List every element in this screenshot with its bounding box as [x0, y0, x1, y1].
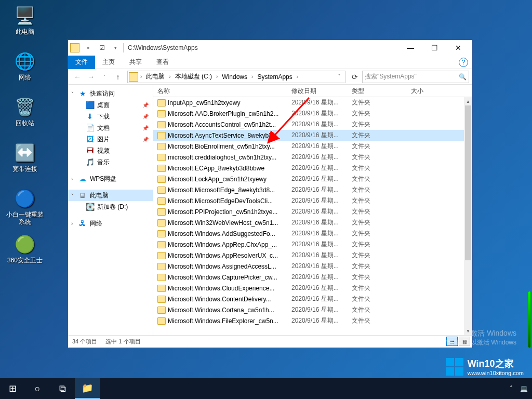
pin-icon: 📌	[142, 137, 149, 142]
minimize-button[interactable]: —	[398, 41, 422, 55]
sidebar-item-volume-d[interactable]: 💽新加卷 (D:)	[68, 201, 153, 212]
sidebar-item-wps[interactable]: ›☁WPS网盘	[68, 173, 153, 184]
breadcrumb-segment[interactable]: Windows	[219, 73, 250, 81]
nav-recent-dropdown-icon[interactable]: ˅	[98, 71, 111, 83]
folder-icon	[157, 99, 166, 107]
sidebar-item-music[interactable]: 🎵音乐	[68, 156, 153, 168]
nav-back-icon[interactable]: ←	[71, 71, 84, 83]
address-bar[interactable]: › 此电脑 › 本地磁盘 (C:) › Windows › SystemApps…	[127, 71, 345, 83]
qat-checkbox-icon[interactable]: ☑	[96, 42, 108, 54]
sidebar-item-documents[interactable]: 📄文档📌	[68, 122, 153, 134]
table-row[interactable]: Microsoft.Windows.CapturePicker_cw...202…	[153, 272, 472, 283]
table-row[interactable]: Microsoft.Win32WebViewHost_cw5n1...2020/…	[153, 217, 472, 228]
address-dropdown-icon[interactable]: ˅	[335, 73, 344, 81]
sidebar-item-network[interactable]: ›🖧网络	[68, 218, 153, 229]
status-bar: 34 个项目 选中 1 个项目 ☰ ▦	[68, 335, 472, 348]
table-row[interactable]: Microsoft.Windows.Cortana_cw5n1h...2020/…	[153, 304, 472, 315]
table-row[interactable]: Microsoft.MicrosoftEdge_8wekyb3d8...2020…	[153, 184, 472, 195]
table-row[interactable]: Microsoft.LockApp_cw5n1h2txyewy2020/9/16…	[153, 174, 472, 184]
column-date[interactable]: 修改日期	[287, 85, 348, 97]
column-headers: 名称 修改日期 类型 大小	[153, 85, 472, 97]
scrollbar-thumb[interactable]	[465, 105, 471, 260]
search-button[interactable]: ○	[25, 378, 50, 399]
nav-forward-icon[interactable]: →	[85, 71, 97, 83]
desktop-icon-broadband[interactable]: ↔️宽带连接	[5, 142, 45, 179]
chevron-right-icon[interactable]: ›	[139, 74, 143, 79]
file-type: 文件夹	[348, 229, 407, 238]
sidebar-item-downloads[interactable]: ⬇下载📌	[68, 111, 153, 122]
search-input[interactable]: 搜索"SystemApps" 🔍	[362, 71, 469, 83]
taskbar-explorer-icon[interactable]: 📁	[75, 378, 100, 399]
tab-share[interactable]: 共享	[122, 56, 149, 69]
table-row[interactable]: Microsoft.BioEnrollment_cw5n1h2txy...202…	[153, 141, 472, 152]
file-type: 文件夹	[348, 316, 407, 325]
tray-overflow-icon[interactable]: ˄	[510, 385, 513, 392]
file-type: 文件夹	[348, 153, 407, 162]
desktop-icon-network[interactable]: 🌐网络	[5, 51, 45, 87]
column-name[interactable]: 名称	[153, 85, 287, 97]
tab-home[interactable]: 主页	[95, 56, 122, 69]
folder-icon	[157, 285, 166, 292]
sidebar-item-desktop[interactable]: 🟦桌面📌	[68, 99, 153, 111]
file-type: 文件夹	[348, 251, 407, 260]
start-button[interactable]: ⊞	[0, 378, 25, 399]
table-row[interactable]: Microsoft.Windows.CloudExperience...2020…	[153, 283, 472, 294]
refresh-icon[interactable]: ⟳	[349, 71, 361, 83]
breadcrumb-segment[interactable]: SystemApps	[254, 73, 295, 81]
qat-dropdown-icon[interactable]: ▾	[110, 42, 121, 54]
table-row[interactable]: InputApp_cw5n1h2txyewy2020/9/16 星期...文件夹	[153, 97, 472, 108]
file-date: 2020/9/16 星期...	[287, 98, 348, 107]
breadcrumb-segment[interactable]: 此电脑	[143, 72, 168, 81]
maximize-button[interactable]: ☐	[422, 41, 446, 55]
file-name: Microsoft.Windows.CapturePicker_cw...	[168, 274, 277, 281]
sidebar-item-this-pc[interactable]: ˅🖥此电脑	[68, 190, 153, 201]
sidebar-item-pictures[interactable]: 🖼图片📌	[68, 134, 153, 145]
download-icon: ⬇	[86, 112, 94, 121]
table-row[interactable]: Microsoft.AsyncTextService_8wekyb3...202…	[153, 130, 472, 141]
table-row[interactable]: Microsoft.AccountsControl_cw5n1h2t...202…	[153, 119, 472, 130]
chevron-right-icon[interactable]: ›	[250, 74, 254, 79]
chevron-right-icon[interactable]: ›	[215, 74, 219, 79]
tab-file[interactable]: 文件	[68, 56, 95, 69]
file-date: 2020/9/16 星期...	[287, 295, 348, 303]
desktop-icon-this-pc[interactable]: 🖥️此电脑	[5, 5, 45, 42]
nav-up-icon[interactable]: ↑	[112, 71, 124, 83]
taskbar: ⊞ ○ ⧉ 📁 ˄ 💻	[0, 378, 532, 399]
folder-icon	[157, 187, 166, 194]
table-row[interactable]: Microsoft.ECApp_8wekyb3d8bbwe2020/9/16 星…	[153, 163, 472, 174]
table-row[interactable]: Microsoft.MicrosoftEdgeDevToolsCli...202…	[153, 195, 472, 206]
desktop-icon-recycle-bin[interactable]: 🗑️回收站	[5, 97, 45, 133]
task-view-button[interactable]: ⧉	[50, 378, 75, 399]
table-row[interactable]: Microsoft.Windows.FileExplorer_cw5n...20…	[153, 315, 472, 326]
desktop-icon-reinstall[interactable]: 🔵小白一键重装 系统	[5, 188, 45, 224]
breadcrumb-segment[interactable]: 本地磁盘 (C:)	[172, 72, 215, 81]
close-button[interactable]: ✕	[446, 41, 470, 55]
table-row[interactable]: Microsoft.AAD.BrokerPlugin_cw5n1h2...202…	[153, 108, 472, 119]
sidebar-item-quick-access[interactable]: ˅★快速访问	[68, 88, 153, 99]
desktop-icon-360[interactable]: 🟢360安全卫士	[5, 234, 45, 270]
column-size[interactable]: 大小	[407, 85, 459, 97]
folder-icon	[157, 219, 166, 227]
folder-icon	[157, 132, 166, 139]
divider	[123, 43, 124, 52]
tray-network-icon[interactable]: 💻	[520, 385, 528, 392]
chevron-right-icon[interactable]: ›	[168, 74, 171, 79]
sidebar-item-videos[interactable]: 🎞视频	[68, 145, 153, 156]
help-icon[interactable]: ?	[459, 58, 468, 67]
table-row[interactable]: Microsoft.Windows.AppRep.ChxApp_...2020/…	[153, 239, 472, 250]
folder-icon	[157, 307, 166, 314]
file-date: 2020/9/16 星期...	[287, 218, 348, 227]
qat-properties-icon[interactable]: ▫	[83, 42, 94, 54]
scrollbar[interactable]: ▲ ▼	[464, 97, 472, 335]
scroll-up-icon[interactable]: ▲	[464, 97, 472, 105]
column-type[interactable]: 类型	[348, 85, 407, 97]
table-row[interactable]: Microsoft.PPIProjection_cw5n1h2txye...20…	[153, 206, 472, 217]
table-row[interactable]: Microsoft.Windows.AddSuggestedFo...2020/…	[153, 228, 472, 239]
table-row[interactable]: microsoft.creddialoghost_cw5n1h2txy...20…	[153, 152, 472, 163]
table-row[interactable]: Microsoft.Windows.ContentDelivery...2020…	[153, 294, 472, 304]
table-row[interactable]: Microsoft.Windows.AssignedAccessL...2020…	[153, 261, 472, 272]
tab-view[interactable]: 查看	[149, 56, 176, 69]
table-row[interactable]: Microsoft.Windows.AppResolverUX_c...2020…	[153, 250, 472, 261]
chevron-right-icon[interactable]: ›	[296, 74, 299, 79]
navigation-pane: ˅★快速访问 🟦桌面📌 ⬇下载📌 📄文档📌 🖼图片📌 🎞视频 🎵音乐 ›☁WPS…	[68, 85, 153, 335]
